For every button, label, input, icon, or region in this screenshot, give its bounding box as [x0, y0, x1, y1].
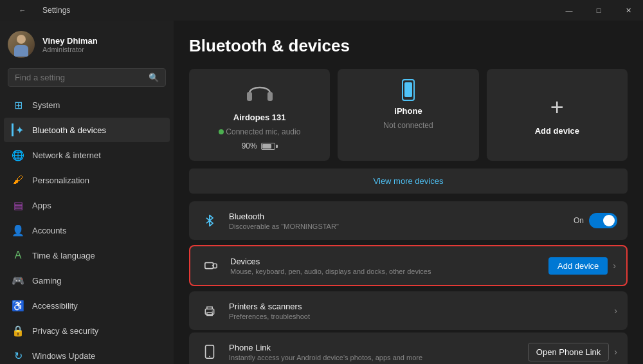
- printers-icon: [199, 300, 220, 321]
- privacy-icon: 🔒: [12, 324, 24, 337]
- airdopes-name: Airdopes 131: [233, 113, 286, 122]
- bluetooth-icon: ✦: [12, 123, 24, 136]
- bluetooth-row-text: Bluetooth Discoverable as "MORNINGSTAR": [229, 212, 565, 230]
- phone-screen: [404, 82, 412, 97]
- close-button[interactable]: ✕: [613, 0, 643, 21]
- device-cards: Airdopes 131 Connected mic, audio 90%: [189, 69, 628, 161]
- devices-row-icon: [201, 255, 221, 276]
- phone-icon: [402, 79, 415, 101]
- chevron-right-icon: ›: [613, 260, 616, 271]
- device-card-add[interactable]: + Add device: [487, 69, 628, 161]
- battery-display: 90%: [242, 141, 278, 150]
- battery-icon: [261, 143, 278, 150]
- sidebar-item-label: Bluetooth & devices: [32, 125, 106, 135]
- bluetooth-section: Bluetooth Discoverable as "MORNINGSTAR" …: [189, 201, 628, 240]
- back-button[interactable]: ←: [8, 0, 37, 21]
- time-icon: A: [12, 249, 24, 262]
- printers-row-text: Printers & scanners Preferences, trouble…: [229, 302, 605, 320]
- phonelink-row[interactable]: Phone Link Instantly access your Android…: [189, 332, 628, 364]
- avatar: [8, 31, 35, 58]
- phonelink-row-title: Phone Link: [229, 343, 519, 352]
- devices-row-action: Add device ›: [548, 257, 616, 275]
- svg-rect-2: [205, 262, 213, 268]
- sidebar-item-time[interactable]: A Time & language: [4, 243, 170, 268]
- connected-indicator: [219, 129, 224, 134]
- printers-row-action: ›: [614, 305, 617, 316]
- svg-point-7: [209, 356, 210, 357]
- device-card-airdopes[interactable]: Airdopes 131 Connected mic, audio 90%: [189, 69, 330, 161]
- bluetooth-row-title: Bluetooth: [229, 212, 565, 221]
- sidebar-item-network[interactable]: 🌐 Network & internet: [4, 143, 170, 167]
- user-name: Viney Dhiman: [42, 36, 166, 46]
- printers-row-subtitle: Preferences, troubleshoot: [229, 313, 605, 320]
- app-body: Viney Dhiman Administrator 🔍 ⊞ System ✦ …: [0, 21, 643, 364]
- add-device-label: Add device: [535, 126, 579, 136]
- bluetooth-row-icon: [199, 210, 220, 231]
- bluetooth-toggle[interactable]: On: [574, 213, 617, 228]
- titlebar-controls: — □ ✕: [554, 0, 643, 21]
- open-phone-link-button[interactable]: Open Phone Link: [528, 343, 609, 361]
- svg-rect-3: [213, 264, 217, 268]
- sidebar-item-label: Time & language: [32, 251, 95, 260]
- search-input[interactable]: [15, 73, 143, 82]
- printers-row-title: Printers & scanners: [229, 302, 605, 311]
- search-icon: 🔍: [149, 73, 159, 82]
- battery-fill: [262, 144, 271, 149]
- bluetooth-row-subtitle: Discoverable as "MORNINGSTAR": [229, 223, 565, 230]
- network-icon: 🌐: [12, 149, 24, 161]
- bluetooth-toggle-area: On: [574, 213, 617, 228]
- update-icon: ↻: [12, 349, 24, 362]
- printers-section: Printers & scanners Preferences, trouble…: [189, 291, 628, 330]
- avatar-person: [12, 35, 30, 58]
- printers-row[interactable]: Printers & scanners Preferences, trouble…: [189, 291, 628, 330]
- titlebar: ← Settings — □ ✕: [0, 0, 643, 21]
- battery-tip: [276, 145, 278, 148]
- accounts-icon: 👤: [12, 224, 24, 237]
- airdopes-status: Connected mic, audio: [219, 127, 300, 136]
- sidebar-item-label: Personalization: [32, 176, 89, 185]
- chevron-right-icon: ›: [614, 305, 617, 316]
- toggle-switch[interactable]: [589, 213, 617, 228]
- sidebar-item-apps[interactable]: ▤ Apps: [4, 193, 170, 217]
- accessibility-icon: ♿: [12, 299, 24, 312]
- page-title: Bluetooth & devices: [189, 36, 628, 56]
- sidebar-item-privacy[interactable]: 🔒 Privacy & security: [4, 318, 170, 343]
- sidebar-item-accounts[interactable]: 👤 Accounts: [4, 218, 170, 242]
- sidebar-item-personalization[interactable]: 🖌 Personalization: [4, 168, 170, 192]
- sidebar-item-label: Privacy & security: [32, 326, 98, 336]
- sidebar-item-label: Accounts: [32, 226, 66, 235]
- devices-row-subtitle: Mouse, keyboard, pen, audio, displays an…: [230, 268, 539, 275]
- sidebar-item-gaming[interactable]: 🎮 Gaming: [4, 268, 170, 293]
- headphones-icon: [244, 79, 275, 107]
- gaming-icon: 🎮: [12, 274, 24, 287]
- sidebar-item-accessibility[interactable]: ♿ Accessibility: [4, 293, 170, 318]
- titlebar-left: ← Settings: [8, 0, 70, 21]
- user-profile[interactable]: Viney Dhiman Administrator: [0, 21, 174, 66]
- sidebar: Viney Dhiman Administrator 🔍 ⊞ System ✦ …: [0, 21, 174, 364]
- phonelink-icon: [199, 341, 220, 362]
- main-content: Bluetooth & devices Airdopes 131 Connect…: [174, 21, 643, 364]
- toggle-on-label: On: [574, 216, 584, 225]
- bluetooth-row[interactable]: Bluetooth Discoverable as "MORNINGSTAR" …: [189, 201, 628, 240]
- iphone-status: Not connected: [383, 121, 433, 130]
- search-box[interactable]: 🔍: [8, 68, 166, 87]
- chevron-right-icon: ›: [614, 347, 617, 357]
- avatar-head: [17, 35, 26, 44]
- sidebar-item-bluetooth[interactable]: ✦ Bluetooth & devices: [4, 118, 170, 142]
- sidebar-item-label: Windows Update: [32, 351, 95, 361]
- apps-icon: ▤: [12, 199, 24, 212]
- user-subtitle: Administrator: [42, 46, 166, 53]
- maximize-button[interactable]: □: [584, 0, 613, 21]
- minimize-button[interactable]: —: [554, 0, 584, 21]
- device-card-iphone[interactable]: iPhone Not connected: [338, 69, 478, 161]
- add-device-button[interactable]: Add device: [548, 257, 608, 275]
- sidebar-item-label: Network & internet: [32, 150, 101, 160]
- titlebar-title: Settings: [42, 6, 70, 15]
- sidebar-item-system[interactable]: ⊞ System: [4, 93, 170, 117]
- sidebar-item-update[interactable]: ↻ Windows Update: [4, 343, 170, 364]
- phonelink-section: Phone Link Instantly access your Android…: [189, 332, 628, 364]
- svg-rect-0: [247, 92, 252, 101]
- view-more-button[interactable]: View more devices: [189, 168, 628, 194]
- devices-row[interactable]: Devices Mouse, keyboard, pen, audio, dis…: [190, 246, 626, 285]
- devices-row-text: Devices Mouse, keyboard, pen, audio, dis…: [230, 257, 539, 275]
